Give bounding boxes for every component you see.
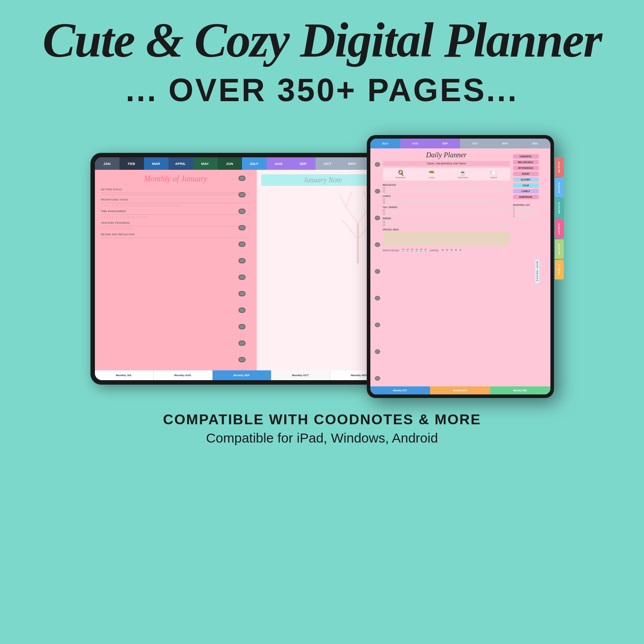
coffee-cup-4: ☕: [454, 249, 458, 252]
side-tab-jan[interactable]: Monthly JAN: [555, 157, 564, 177]
shopping-label: SHOPPING LIST: [513, 204, 539, 206]
tea-check-1[interactable]: [383, 209, 385, 212]
line-1: [101, 193, 250, 193]
sm-tab-dec[interactable]: DEC: [520, 139, 550, 148]
tea-icon-item: ☕ TEA/DRINKS: [457, 170, 468, 179]
small-spiral: [375, 151, 381, 392]
btab-aug[interactable]: Monthly AUG: [154, 370, 213, 380]
lunch-icon: 🥗: [428, 170, 435, 176]
side-tab-apr[interactable]: Monthly APR: [555, 219, 564, 238]
large-tablet: JAN FEB MAR APRIL MAY JUN JULY AUG SEP O…: [90, 153, 394, 385]
tab-oct[interactable]: OCT: [316, 157, 340, 170]
footer-compatible: COMPATIBLE WITH COODNOTES & MORE: [0, 411, 644, 428]
small-tablet: JULY AUG SEP OCT NOV DEC: [367, 135, 554, 398]
small-bottom-tabs: Monthly OCT Monthly NOV Monthly DEC: [370, 386, 550, 394]
lunch-section: LUNCH: [383, 195, 510, 197]
section-time: TIME MANAGEMENT: [101, 210, 250, 213]
lunch-icon-item: 🥗 LUNCH: [428, 170, 435, 179]
sm-tab-july[interactable]: JULY: [370, 139, 400, 148]
lunch-line-2: [383, 201, 510, 204]
shop-dot-3: [513, 213, 515, 214]
dinner-label: DINNER: [490, 176, 497, 179]
tab-apr[interactable]: APRIL: [168, 157, 193, 170]
header-section: Cute & Cozy Digital Planner ... OVER 350…: [0, 0, 644, 113]
shop-item-2: [513, 210, 539, 212]
dots-pattern-2: [101, 217, 250, 218]
tea-check-2[interactable]: [383, 213, 385, 215]
sm-tab-nov[interactable]: NOV: [490, 139, 520, 148]
coffee-cup-5: ☕: [459, 249, 463, 252]
sm-tab-aug[interactable]: AUG: [400, 139, 430, 148]
dinner-check-2[interactable]: [383, 224, 385, 226]
shop-dot-1: [513, 207, 515, 209]
coffee-label: COFFEE:: [429, 249, 439, 252]
mood-calm[interactable]: CALM: [513, 183, 539, 188]
mood-tracker-label: MOOD TRACKER: [535, 259, 539, 283]
tab-nov[interactable]: NOV: [340, 157, 365, 170]
sbtab-dec[interactable]: Monthly DEC: [490, 386, 550, 394]
tab-aug[interactable]: AUG: [267, 157, 291, 170]
lunch-check-2[interactable]: [383, 201, 385, 204]
water-label: WATER INTAKE:: [383, 249, 400, 252]
mood-lonely[interactable]: LONELY: [513, 189, 539, 193]
breakfast-line-1: [383, 187, 510, 189]
coffee-cup-3: ☕: [450, 249, 454, 252]
cup-1: 🥤: [401, 249, 405, 252]
tab-sep[interactable]: SEP: [291, 157, 316, 170]
side-tab-may[interactable]: Monthly MAY: [555, 239, 564, 259]
shop-item-3: [513, 213, 539, 214]
breakfast-check-1[interactable]: [383, 187, 385, 189]
line-3: [101, 203, 250, 203]
lunch-check-1[interactable]: [383, 198, 385, 201]
water-cups: 🥤 🥤 🥤 🥤 🥤 🥤: [401, 249, 427, 252]
mood-melancholy[interactable]: MELANCHOLY: [513, 160, 539, 164]
tab-july[interactable]: JULY: [242, 157, 267, 170]
dots-pattern-3: [101, 228, 250, 230]
shop-line-3: [516, 213, 539, 214]
mood-cheerful[interactable]: CHEERFUL: [513, 154, 539, 159]
mood-angry[interactable]: ANGRY: [513, 172, 539, 176]
daily-planner-content: Daily Planner TODAY, I AM GRATEFUL FOR T…: [370, 148, 550, 394]
breakfast-line-text-2: [386, 191, 510, 192]
sub-title: ... OVER 350+ PAGES...: [27, 72, 617, 108]
tab-may[interactable]: MAY: [193, 157, 217, 170]
breakfast-check-2[interactable]: [383, 190, 385, 193]
btab-jul[interactable]: Monthly JUL: [95, 370, 154, 380]
lunch-line-text-1: [386, 199, 510, 200]
tea-line-text-2: [386, 213, 510, 214]
shop-line-1: [516, 208, 539, 209]
mood-gloomy[interactable]: GLOOMY: [513, 177, 539, 182]
side-tab-feb[interactable]: Monthly FEB: [555, 178, 564, 197]
breakfast-line-text-1: [386, 188, 510, 189]
sm-tab-sep[interactable]: SEP: [430, 139, 460, 148]
section-review: REVIEW AND REFLECTION: [101, 233, 250, 236]
btab-oct[interactable]: Monthly OCT: [271, 370, 330, 380]
tea-section: TEA / DRINKS: [383, 206, 510, 209]
lunch-line-text-2: [386, 202, 510, 203]
side-tab-mar[interactable]: Monthly MAR: [555, 198, 564, 218]
daily-planner-title: Daily Planner: [383, 151, 510, 159]
dinner-line-1: [383, 221, 510, 223]
special-meal-area: [383, 232, 510, 245]
tea-line-2: [383, 213, 510, 215]
lunch-line-1: [383, 198, 510, 201]
tea-icon: ☕: [459, 170, 466, 176]
tab-mar[interactable]: MAR: [144, 157, 168, 170]
mood-tracker-panel: CHEERFUL MELANCHOLY MYSTERIOUS ANGRY GLO…: [510, 151, 546, 392]
tab-jun[interactable]: JUN: [217, 157, 242, 170]
mood-humorous[interactable]: HUMOROUS: [513, 195, 539, 199]
large-bottom-tabs: Monthly JUL Monthly AUG Monthly SEP Mont…: [95, 370, 389, 380]
side-tab-jun[interactable]: Monthly JUN: [555, 260, 564, 279]
sbtab-oct[interactable]: Monthly OCT: [370, 386, 431, 394]
special-meal-section: SPECIAL MEAL: [383, 228, 510, 231]
dots-pattern-1: [101, 205, 250, 206]
sbtab-nov[interactable]: Monthly NOV: [430, 386, 490, 394]
grateful-label: TODAY, I AM GRATEFUL FOR TODAY: [383, 161, 510, 166]
tab-feb[interactable]: FEB: [119, 157, 144, 170]
mood-mysterious[interactable]: MYSTERIOUS: [513, 166, 539, 170]
sm-tab-oct[interactable]: OCT: [460, 139, 490, 148]
dinner-check-1[interactable]: [383, 221, 385, 223]
section-goals: SETTING GOALS: [101, 188, 250, 191]
tab-jan[interactable]: JAN: [95, 157, 119, 170]
btab-sep[interactable]: Monthly SEP: [213, 370, 271, 380]
